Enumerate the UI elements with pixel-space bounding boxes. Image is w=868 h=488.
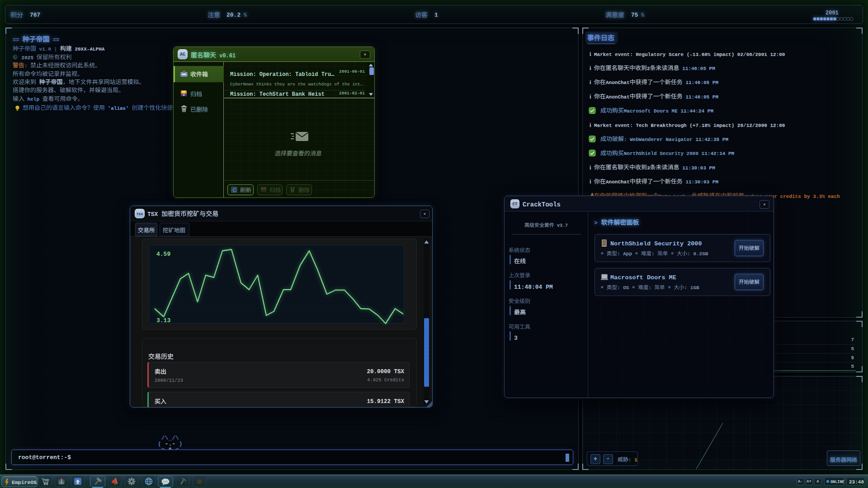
- svg-text:WebWanderer Navigator: WebWanderer Navigator: [630, 137, 693, 142]
- svg-text:): ): [179, 441, 183, 447]
- svg-text:Macrosoft Doors ME: Macrosoft Doors ME: [624, 108, 678, 114]
- svg-text:8: 8: [769, 328, 772, 333]
- svg-text:5: 5: [760, 328, 763, 332]
- svg-text:4: 4: [686, 220, 689, 225]
- svg-text:5: 5: [728, 342, 730, 347]
- svg-text:Mission: TechStart Bank Heist: Mission: TechStart Bank Heist: [230, 91, 325, 98]
- svg-text:9: 9: [707, 392, 709, 396]
- svg-text:%: %: [641, 12, 645, 19]
- svg-text:8: 8: [665, 322, 667, 327]
- svg-text:AnonChat: AnonChat: [606, 80, 630, 85]
- svg-text:9: 9: [707, 354, 709, 358]
- svg-text:Market event: Regulatory Scare: Market event: Regulatory Scare (-13.68% …: [594, 52, 785, 57]
- svg-text:6: 6: [707, 328, 709, 333]
- svg-text:(: (: [158, 441, 161, 447]
- svg-text:2: 2: [647, 66, 650, 71]
- svg-text:8: 8: [686, 315, 689, 319]
- svg-text:2025: 2025: [22, 55, 34, 61]
- svg-text:8: 8: [599, 310, 602, 315]
- svg-text:3: 3: [760, 340, 763, 345]
- svg-text:2: 2: [707, 316, 709, 320]
- svg-text:1: 1: [621, 310, 623, 315]
- svg-text:6: 6: [621, 336, 623, 340]
- svg-text:2001-02-01: 2001-02-01: [339, 91, 365, 96]
- svg-text:CyberNews thinks they are the: CyberNews thinks they are the watchdogs …: [230, 82, 363, 87]
- svg-text:5: 5: [707, 373, 709, 377]
- svg-text:|: |: [54, 47, 57, 52]
- svg-text:8: 8: [621, 329, 623, 334]
- svg-text:5: 5: [851, 364, 854, 369]
- svg-text:6: 6: [599, 342, 602, 347]
- svg-text:3: 3: [760, 372, 763, 376]
- svg-text:>: >: [594, 220, 598, 226]
- svg-text:9: 9: [643, 322, 645, 327]
- svg-text:9: 9: [643, 316, 645, 320]
- svg-text:%: %: [244, 12, 247, 19]
- svg-text:20.2: 20.2: [226, 12, 241, 19]
- svg-text:i: i: [590, 164, 591, 171]
- svg-text:AnonChat: AnonChat: [606, 94, 630, 100]
- svg-text:==: ==: [53, 37, 59, 43]
- svg-text:3: 3: [665, 310, 667, 314]
- svg-text:5: 5: [665, 360, 667, 365]
- svg-text:0: 0: [621, 342, 623, 347]
- svg-text:11:44:24 PM: 11:44:24 PM: [680, 108, 713, 114]
- svg-text:3: 3: [647, 165, 650, 171]
- svg-text:1: 1: [686, 302, 689, 307]
- svg-text:5: 5: [851, 355, 854, 361]
- svg-text:5: 5: [707, 366, 709, 371]
- svg-text::: :: [24, 63, 28, 69]
- svg-text:6: 6: [760, 321, 763, 326]
- svg-text:help: help: [28, 97, 40, 102]
- svg-text:11:30:03 PM: 11:30:03 PM: [685, 179, 718, 185]
- svg-text:2: 2: [760, 347, 763, 351]
- svg-text:0: 0: [665, 297, 667, 301]
- svg-text:2: 2: [760, 366, 763, 370]
- svg-text:-.-: -.-: [165, 441, 175, 447]
- svg-text:11:46:05 PM: 11:46:05 PM: [685, 80, 718, 85]
- svg-text:AnonChat: AnonChat: [606, 179, 630, 185]
- svg-text:9: 9: [665, 347, 667, 352]
- svg-text:7: 7: [851, 337, 854, 343]
- svg-text:NorthShield Security 2000: NorthShield Security 2000: [624, 151, 698, 156]
- svg-text:5: 5: [769, 316, 772, 320]
- svg-text:ONLINE: ONLINE: [830, 480, 844, 484]
- svg-text:5: 5: [707, 310, 709, 314]
- svg-text:3: 3: [760, 378, 763, 383]
- svg-text:1: 1: [621, 323, 623, 328]
- svg-text:6: 6: [760, 302, 763, 307]
- svg-text:5: 5: [769, 297, 772, 301]
- svg-text:9: 9: [728, 298, 730, 302]
- svg-text:8: 8: [760, 309, 763, 313]
- svg-text:1: 1: [686, 309, 689, 313]
- svg-text:i: i: [590, 93, 591, 100]
- svg-text:9: 9: [686, 296, 689, 300]
- svg-text:9: 9: [769, 303, 772, 308]
- svg-text:3: 3: [643, 328, 645, 333]
- svg-text:/\_/\: /\_/\: [161, 435, 179, 441]
- svg-text:11:42:35 PM: 11:42:35 PM: [695, 137, 728, 142]
- svg-text:9: 9: [621, 386, 623, 391]
- svg-text:7: 7: [728, 336, 730, 340]
- svg-text:6: 6: [707, 297, 709, 301]
- svg-text:2: 2: [760, 359, 763, 364]
- svg-text:7: 7: [707, 322, 709, 327]
- svg-text:9: 9: [621, 380, 623, 385]
- svg-text:i: i: [590, 79, 591, 85]
- svg-text:5: 5: [707, 360, 709, 365]
- svg-text:4.713 Credits: 4.713 Credits: [367, 407, 404, 408]
- svg-text:i: i: [590, 51, 591, 57]
- svg-text:0: 0: [707, 335, 709, 339]
- svg-text:7: 7: [665, 354, 667, 358]
- svg-text:7: 7: [665, 316, 667, 320]
- svg-text:0: 0: [728, 329, 730, 334]
- svg-text:4: 4: [728, 310, 730, 315]
- svg-text:9: 9: [599, 298, 602, 302]
- svg-text::: :: [624, 137, 627, 142]
- svg-text:8: 8: [643, 297, 645, 301]
- svg-text:9: 9: [747, 217, 749, 222]
- svg-text:6: 6: [760, 334, 763, 338]
- svg-text:11:46:05 PM: 11:46:05 PM: [682, 66, 715, 71]
- svg-text:3: 3: [621, 317, 623, 321]
- svg-text:7: 7: [728, 304, 730, 309]
